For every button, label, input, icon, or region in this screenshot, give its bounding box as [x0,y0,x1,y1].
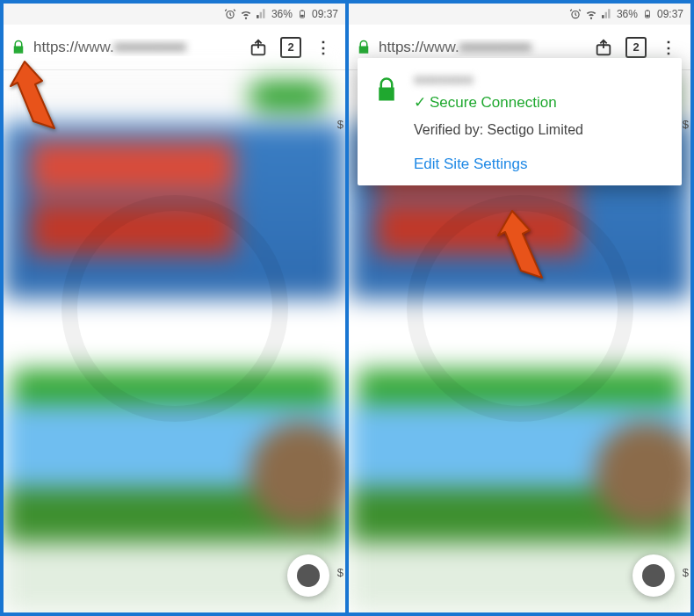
alarm-icon [569,8,582,20]
url-scheme: https:// [379,39,423,55]
floating-button[interactable] [287,554,329,597]
tutorial-frame: 36% 09:37 https://www.■■■■■■■■ 2 ⋮ $ $ [0,0,694,616]
clock-time: 09:37 [312,8,338,20]
tabs-button[interactable]: 2 [625,37,647,58]
lock-icon[interactable] [356,40,372,55]
svg-rect-3 [300,15,303,17]
phone-left: 36% 09:37 https://www.■■■■■■■■ 2 ⋮ $ $ [4,4,345,612]
svg-rect-8 [647,10,649,11]
url-text[interactable]: https://www.■■■■■■■■ [33,39,236,56]
secure-connection-label: ✓ Secure Connection [414,93,666,112]
wifi-icon [240,8,252,20]
battery-pct: 36% [617,8,638,20]
floating-button[interactable] [633,554,675,597]
url-host-blurred: ■■■■■■■■ [459,39,531,55]
tabs-button[interactable]: 2 [280,37,301,58]
wifi-icon [585,8,597,20]
site-info-popover: ■■■■■■■ ✓ Secure Connection Verified by:… [358,58,682,185]
signal-icon [601,8,613,20]
battery-pct: 36% [271,8,293,20]
lock-icon[interactable] [11,40,26,55]
clock-time: 09:37 [657,8,683,20]
checkmark-icon: ✓ [414,93,426,112]
tab-count: 2 [287,40,293,54]
svg-rect-9 [646,15,648,17]
battery-icon [296,8,308,20]
site-name-blurred: ■■■■■■■ [414,72,666,88]
svg-rect-2 [301,10,304,11]
signal-icon [256,8,268,20]
secure-text: Secure Connection [430,94,557,112]
share-icon[interactable] [243,33,273,62]
watermark-dollar: $ [337,118,343,131]
url-text[interactable]: https://www.■■■■■■■■ [379,39,582,56]
tab-count: 2 [633,40,639,54]
menu-icon[interactable]: ⋮ [308,33,338,62]
url-scheme: https:// [33,39,78,55]
watermark-dollar: $ [337,566,343,579]
battery-icon [641,8,654,20]
phone-right: 36% 09:37 https://www.■■■■■■■■ 2 ⋮ $ $ [349,4,690,612]
url-host-blurred: ■■■■■■■■ [114,39,186,55]
annotation-arrow-right [496,207,558,290]
watermark-dollar: $ [683,566,689,579]
annotation-arrow-left [9,58,70,141]
status-bar: 36% 09:37 [349,4,690,25]
alarm-icon [224,8,236,20]
page-content-blurred [4,70,345,612]
verified-by-label: Verified by: Sectigo Limited [414,122,666,138]
url-host-prefix: www. [78,39,114,55]
watermark-dollar: $ [683,118,689,131]
url-host-prefix: www. [423,39,459,55]
lock-icon [373,74,400,105]
status-bar: 36% 09:37 [4,4,345,25]
edit-site-settings-link[interactable]: Edit Site Settings [414,156,666,173]
